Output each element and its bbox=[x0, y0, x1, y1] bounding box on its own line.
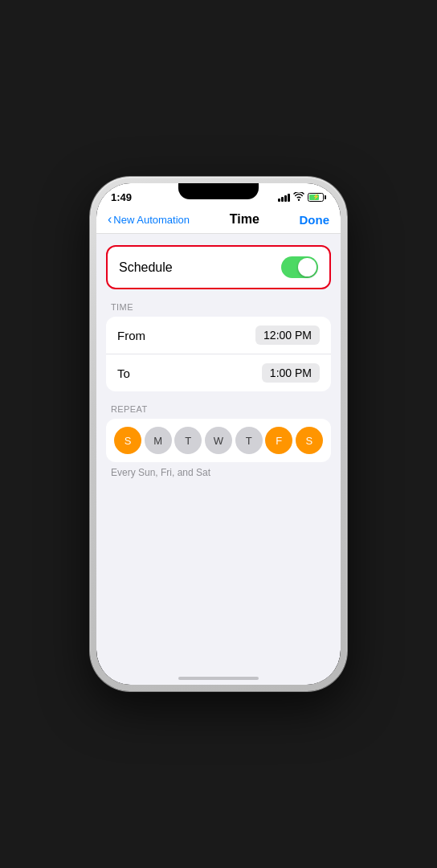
nav-back-button[interactable]: ‹ New Automation bbox=[108, 213, 190, 226]
days-row: SMTWTFS bbox=[106, 419, 331, 462]
battery-icon: ⚡ bbox=[308, 193, 326, 202]
time-section-label: TIME bbox=[106, 302, 331, 312]
repeat-section-label: REPEAT bbox=[106, 404, 331, 414]
from-row[interactable]: From 12:00 PM bbox=[106, 317, 331, 354]
to-value: 1:00 PM bbox=[262, 363, 320, 383]
day-circle-0[interactable]: S bbox=[114, 427, 141, 454]
nav-title: Time bbox=[230, 212, 259, 227]
home-indicator bbox=[96, 670, 341, 685]
notch bbox=[178, 183, 259, 199]
schedule-row: Schedule bbox=[106, 245, 331, 289]
done-button[interactable]: Done bbox=[300, 213, 330, 227]
chevron-left-icon: ‹ bbox=[108, 213, 112, 226]
screen-content: 1:49 bbox=[96, 183, 341, 685]
from-value: 12:00 PM bbox=[255, 326, 320, 345]
nav-bar: ‹ New Automation Time Done bbox=[96, 207, 341, 234]
nav-back-label: New Automation bbox=[113, 214, 190, 226]
signal-icon bbox=[278, 193, 290, 202]
day-circle-2[interactable]: T bbox=[174, 427, 202, 454]
home-bar bbox=[178, 677, 259, 680]
day-circle-6[interactable]: S bbox=[296, 427, 323, 454]
status-time: 1:49 bbox=[111, 191, 132, 203]
main-content: Schedule TIME From 12:00 PM To bbox=[96, 234, 341, 670]
time-section: TIME From 12:00 PM To 1:00 PM bbox=[106, 302, 331, 391]
to-label: To bbox=[117, 366, 130, 380]
schedule-label: Schedule bbox=[119, 260, 173, 275]
from-label: From bbox=[117, 329, 145, 342]
time-card: From 12:00 PM To 1:00 PM bbox=[106, 317, 331, 391]
repeat-section: REPEAT SMTWTFS Every Sun, Fri, and Sat bbox=[106, 404, 331, 478]
day-circle-5[interactable]: F bbox=[265, 427, 292, 454]
phone-frame: 1:49 bbox=[90, 177, 347, 691]
day-circle-3[interactable]: W bbox=[205, 427, 232, 454]
phone-screen: 1:49 bbox=[96, 183, 341, 685]
status-icons: ⚡ bbox=[278, 192, 326, 203]
day-circle-4[interactable]: T bbox=[235, 427, 263, 454]
day-circle-1[interactable]: M bbox=[145, 427, 172, 454]
schedule-toggle[interactable] bbox=[281, 256, 318, 278]
repeat-description: Every Sun, Fri, and Sat bbox=[106, 467, 331, 478]
to-row[interactable]: To 1:00 PM bbox=[106, 354, 331, 391]
toggle-thumb bbox=[298, 258, 317, 276]
wifi-icon bbox=[293, 192, 304, 203]
